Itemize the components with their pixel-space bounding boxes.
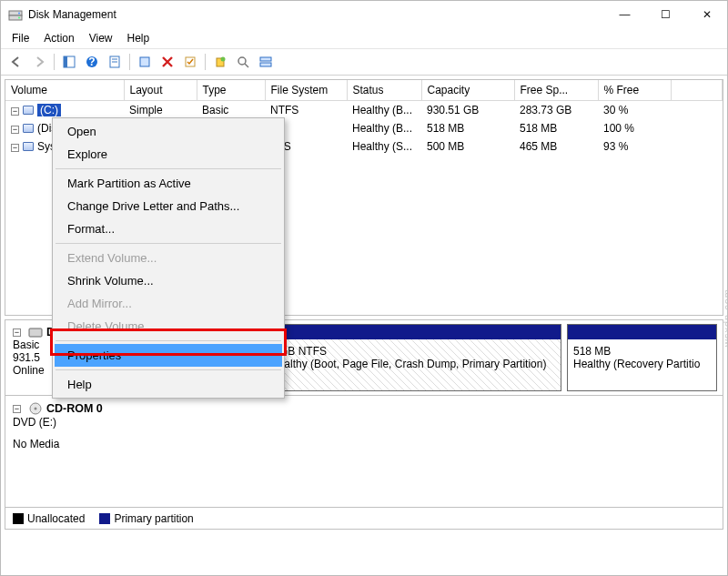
menu-item-extend-volume: Extend Volume... — [55, 247, 282, 269]
col-pctfree[interactable]: % Free — [598, 80, 671, 101]
titlebar: Disk Management — ☐ ✕ — [1, 1, 727, 28]
cell-pct: 100 % — [598, 119, 671, 137]
col-volume[interactable]: Volume — [5, 80, 124, 101]
menu-item-help[interactable]: Help — [55, 373, 282, 396]
legend: Unallocated Primary partition — [5, 507, 723, 529]
menu-item-open[interactable]: Open — [55, 120, 282, 143]
menu-file[interactable]: File — [5, 29, 36, 47]
cell-status: Healthy (B... — [347, 101, 421, 119]
menu-help[interactable]: Help — [120, 29, 157, 47]
svg-point-2 — [18, 13, 20, 15]
toolbar: ? — [1, 48, 727, 76]
menu-item-mark-partition-as-active[interactable]: Mark Partition as Active — [55, 172, 282, 195]
cell-type: Basic — [197, 101, 265, 119]
col-layout[interactable]: Layout — [124, 80, 197, 101]
checklist-icon[interactable] — [180, 52, 200, 72]
cell-capacity: 500 MB — [421, 137, 514, 156]
legend-unallocated: Unallocated — [13, 512, 85, 525]
col-filesystem[interactable]: File System — [265, 80, 347, 101]
unallocated-swatch-icon — [13, 513, 24, 524]
menubar: File Action View Help — [1, 28, 727, 48]
menu-item-change-drive-letter-and-paths[interactable]: Change Drive Letter and Paths... — [55, 195, 282, 217]
minimize-button[interactable]: — — [604, 1, 645, 28]
cell-status: Healthy (B... — [347, 119, 421, 137]
properties-sheet-icon[interactable] — [105, 52, 125, 72]
menu-item-format[interactable]: Format... — [55, 217, 282, 240]
layout-icon[interactable] — [256, 52, 276, 72]
svg-rect-18 — [260, 63, 271, 66]
attribution-watermark: wsxdn.com — [722, 288, 728, 347]
cell-capacity: 930.51 GB — [421, 101, 514, 119]
cell-status: Healthy (S... — [347, 137, 421, 156]
cell-pct: 93 % — [598, 137, 671, 156]
volume-name: (C:) — [37, 104, 61, 116]
menu-item-explore[interactable]: Explore — [55, 143, 282, 166]
search-icon[interactable] — [233, 52, 253, 72]
expander-icon[interactable]: − — [11, 144, 19, 152]
toolbar-sep — [129, 54, 130, 70]
expander-icon[interactable]: − — [11, 126, 19, 134]
back-arrow-icon[interactable] — [6, 52, 26, 72]
menu-separator — [56, 243, 281, 244]
svg-point-3 — [18, 17, 20, 19]
cell-fs: NTFS — [265, 101, 347, 119]
col-type[interactable]: Type — [197, 80, 265, 101]
show-hide-tree-icon[interactable] — [59, 52, 79, 72]
partition[interactable]: 518 MBHealthy (Recovery Partitio — [567, 324, 717, 391]
volume-context-menu: OpenExploreMark Partition as ActiveChang… — [52, 117, 285, 399]
legend-primary: Primary partition — [99, 512, 193, 525]
new-icon[interactable] — [210, 52, 230, 72]
partition-line1: 518 MB — [573, 345, 711, 358]
cell-free: 283.73 GB — [514, 101, 598, 119]
col-blank — [671, 80, 723, 101]
svg-rect-19 — [29, 328, 42, 337]
toolbar-sep — [54, 54, 55, 70]
disk-icon — [28, 326, 43, 339]
menu-separator — [56, 168, 281, 169]
menu-view[interactable]: View — [82, 29, 120, 47]
partition-line2: Healthy (Boot, Page File, Crash Dump, Pr… — [270, 358, 555, 370]
cell-free: 518 MB — [514, 119, 598, 137]
refresh-icon[interactable] — [135, 52, 155, 72]
menu-item-shrink-volume[interactable]: Shrink Volume... — [55, 269, 282, 292]
partition-line1: 1 GB NTFS — [270, 345, 555, 358]
cell-layout: Simple — [124, 101, 197, 119]
cdrom-state: No Media — [13, 438, 715, 450]
partition-color-cap — [265, 325, 561, 339]
menu-separator — [56, 369, 281, 370]
menu-item-add-mirror: Add Mirror... — [55, 292, 282, 315]
drive-icon — [23, 142, 34, 151]
svg-rect-5 — [64, 56, 67, 67]
menu-separator — [56, 340, 281, 341]
svg-point-14 — [221, 57, 226, 62]
menu-item-properties[interactable]: Properties — [55, 344, 282, 367]
svg-rect-11 — [140, 57, 149, 66]
svg-text:?: ? — [88, 56, 95, 68]
col-capacity[interactable]: Capacity — [421, 80, 514, 101]
cell-pct: 30 % — [598, 101, 671, 119]
window-title: Disk Management — [28, 8, 604, 21]
cdrom-row: − CD-ROM 0 DVD (E:) No Media — [5, 396, 723, 456]
cdrom-header[interactable]: − CD-ROM 0 DVD (E:) No Media — [5, 396, 723, 456]
cell-capacity: 518 MB — [421, 119, 514, 137]
help-icon[interactable]: ? — [82, 52, 102, 72]
expander-icon[interactable]: − — [11, 107, 19, 116]
toolbar-sep — [205, 54, 206, 70]
delete-icon[interactable] — [157, 52, 177, 72]
col-status[interactable]: Status — [347, 80, 421, 101]
partition-line2: Healthy (Recovery Partitio — [573, 358, 711, 370]
table-row[interactable]: −(C:) Simple Basic NTFS Healthy (B... 93… — [5, 101, 723, 119]
svg-point-15 — [238, 57, 246, 65]
collapse-icon[interactable]: − — [13, 405, 21, 413]
close-button[interactable]: ✕ — [686, 1, 727, 28]
col-freespace[interactable]: Free Sp... — [514, 80, 598, 101]
maximize-button[interactable]: ☐ — [645, 1, 686, 28]
cdrom-title: CD-ROM 0 — [46, 402, 103, 415]
partition[interactable]: 1 GB NTFSHealthy (Boot, Page File, Crash… — [264, 324, 561, 391]
forward-arrow-icon[interactable] — [29, 52, 49, 72]
disk-management-app-icon — [8, 7, 23, 22]
svg-line-16 — [245, 64, 248, 67]
collapse-icon[interactable]: − — [13, 328, 21, 337]
primary-swatch-icon — [99, 513, 110, 524]
menu-action[interactable]: Action — [36, 29, 81, 47]
